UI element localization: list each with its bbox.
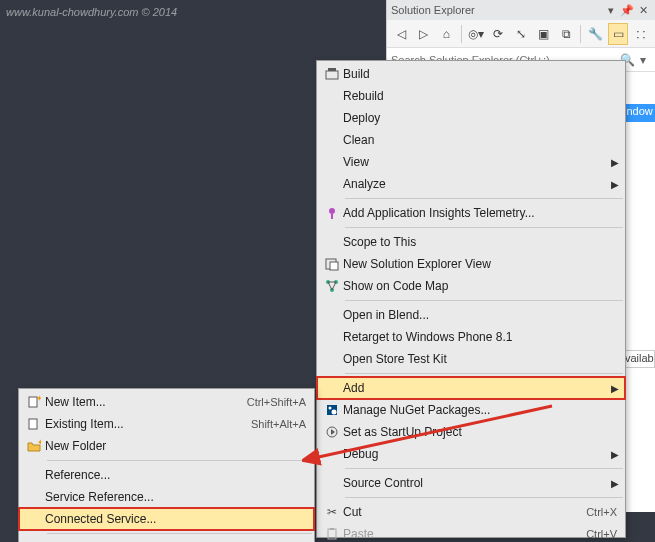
svg-point-2 xyxy=(329,208,335,214)
collapse-icon[interactable]: ⤡ xyxy=(511,23,532,45)
menu-shortcut: Ctrl+V xyxy=(568,528,617,540)
menu-label: Clean xyxy=(343,133,617,147)
mainMenu-analyze[interactable]: Analyze▶ xyxy=(317,173,625,195)
menu-label: Reference... xyxy=(45,468,306,482)
menu-label: Scope to This xyxy=(343,235,617,249)
mainMenu-manage-nuget-packages[interactable]: Manage NuGet Packages... xyxy=(317,399,625,421)
back-icon[interactable]: ◁ xyxy=(391,23,412,45)
menu-label: Rebuild xyxy=(343,89,617,103)
submenu-arrow-icon: ▶ xyxy=(611,179,619,190)
menu-separator xyxy=(47,533,312,534)
blank-icon xyxy=(321,474,343,492)
svg-point-10 xyxy=(329,407,332,410)
cut-icon: ✂ xyxy=(321,503,343,521)
forward-icon[interactable]: ▷ xyxy=(414,23,435,45)
menu-label: Paste xyxy=(343,527,568,541)
newitem-icon: ✦ xyxy=(23,393,45,411)
build-icon xyxy=(321,65,343,83)
hierarchy-icon[interactable]: ⸬ xyxy=(630,23,651,45)
mainMenu-view[interactable]: View▶ xyxy=(317,151,625,173)
dropdown-icon[interactable]: ▾ xyxy=(603,4,619,17)
pin-icon[interactable]: 📌 xyxy=(619,4,635,17)
mainMenu-rebuild[interactable]: Rebuild xyxy=(317,85,625,107)
preview-icon[interactable]: ▭ xyxy=(608,23,629,45)
insights-icon xyxy=(321,204,343,222)
svg-rect-15 xyxy=(330,528,334,530)
mainMenu-build[interactable]: Build xyxy=(317,63,625,85)
paste-icon xyxy=(321,525,343,542)
mainMenu-open-in-blend[interactable]: Open in Blend... xyxy=(317,304,625,326)
tree-item-fragment: indow xyxy=(621,104,655,122)
menu-label: Cut xyxy=(343,505,568,519)
svg-text:✦: ✦ xyxy=(37,439,41,447)
close-icon[interactable]: ✕ xyxy=(635,4,651,17)
menu-separator xyxy=(345,300,623,301)
menu-label: Source Control xyxy=(343,476,617,490)
mainMenu-show-on-code-map[interactable]: Show on Code Map xyxy=(317,275,625,297)
mainMenu-add-application-insights-telemetry[interactable]: Add Application Insights Telemetry... xyxy=(317,202,625,224)
menu-label: New Item... xyxy=(45,395,229,409)
menu-label: New Solution Explorer View xyxy=(343,257,617,271)
mainMenu-debug[interactable]: Debug▶ xyxy=(317,443,625,465)
subMenu-service-reference[interactable]: Service Reference... xyxy=(19,486,314,508)
svg-rect-1 xyxy=(328,68,336,71)
subMenu-connected-service[interactable]: Connected Service... xyxy=(19,508,314,530)
mainMenu-set-as-startup-project[interactable]: Set as StartUp Project xyxy=(317,421,625,443)
mainMenu-clean[interactable]: Clean xyxy=(317,129,625,151)
mainMenu-deploy[interactable]: Deploy xyxy=(317,107,625,129)
menu-separator xyxy=(345,227,623,228)
menu-label: Debug xyxy=(343,447,617,461)
menu-label: Connected Service... xyxy=(45,512,306,526)
menu-label: Manage NuGet Packages... xyxy=(343,403,617,417)
solution-explorer-titlebar: Solution Explorer ▾ 📌 ✕ xyxy=(387,0,655,20)
menu-label: Open in Blend... xyxy=(343,308,617,322)
blank-icon xyxy=(321,306,343,324)
mainMenu-cut[interactable]: ✂CutCtrl+X xyxy=(317,501,625,523)
search-dropdown-icon[interactable]: ▾ xyxy=(635,53,651,67)
subMenu-reference[interactable]: Reference... xyxy=(19,464,314,486)
existing-icon xyxy=(23,415,45,433)
copy-icon[interactable]: ⧉ xyxy=(556,23,577,45)
home-icon[interactable]: ⌂ xyxy=(436,23,457,45)
properties-icon[interactable]: 🔧 xyxy=(585,23,606,45)
menu-label: Service Reference... xyxy=(45,490,306,504)
watermark: www.kunal-chowdhury.com © 2014 xyxy=(6,6,177,18)
svg-point-11 xyxy=(332,410,337,415)
svg-text:✦: ✦ xyxy=(36,395,41,403)
menu-separator xyxy=(345,198,623,199)
refresh-icon[interactable]: ⟳ xyxy=(488,23,509,45)
subMenu-new-folder[interactable]: ✦New Folder xyxy=(19,435,314,457)
blank-icon xyxy=(321,87,343,105)
sync-icon[interactable]: ◎▾ xyxy=(466,23,487,45)
subMenu-class[interactable]: CClass...Shift+Alt+C xyxy=(19,537,314,542)
toolbar-separator xyxy=(461,25,462,43)
menu-shortcut: Ctrl+X xyxy=(568,506,617,518)
blank-icon xyxy=(321,350,343,368)
mainMenu-add[interactable]: Add▶ xyxy=(317,377,625,399)
startup-icon xyxy=(321,423,343,441)
tree-item-fragment: vailab xyxy=(621,350,655,368)
menu-label: Show on Code Map xyxy=(343,279,617,293)
newse-icon xyxy=(321,255,343,273)
blank-icon xyxy=(321,233,343,251)
blank-icon xyxy=(321,445,343,463)
svg-rect-5 xyxy=(330,262,338,270)
submenu-arrow-icon: ▶ xyxy=(611,157,619,168)
mainMenu-source-control[interactable]: Source Control▶ xyxy=(317,472,625,494)
mainMenu-scope-to-this[interactable]: Scope to This xyxy=(317,231,625,253)
menu-label: Retarget to Windows Phone 8.1 xyxy=(343,330,617,344)
blank-icon xyxy=(321,379,343,397)
mainMenu-new-solution-explorer-view[interactable]: New Solution Explorer View xyxy=(317,253,625,275)
submenu-arrow-icon: ▶ xyxy=(611,383,619,394)
folder-icon: ✦ xyxy=(23,437,45,455)
blank-icon xyxy=(23,466,45,484)
menu-label: Build xyxy=(343,67,617,81)
menu-label: Add Application Insights Telemetry... xyxy=(343,206,617,220)
mainMenu-paste: PasteCtrl+V xyxy=(317,523,625,542)
mainMenu-retarget-to-windows-phone-8-1[interactable]: Retarget to Windows Phone 8.1 xyxy=(317,326,625,348)
show-all-icon[interactable]: ▣ xyxy=(533,23,554,45)
subMenu-existing-item[interactable]: Existing Item...Shift+Alt+A xyxy=(19,413,314,435)
subMenu-new-item[interactable]: ✦New Item...Ctrl+Shift+A xyxy=(19,391,314,413)
mainMenu-open-store-test-kit[interactable]: Open Store Test Kit xyxy=(317,348,625,370)
blank-icon xyxy=(23,510,45,528)
